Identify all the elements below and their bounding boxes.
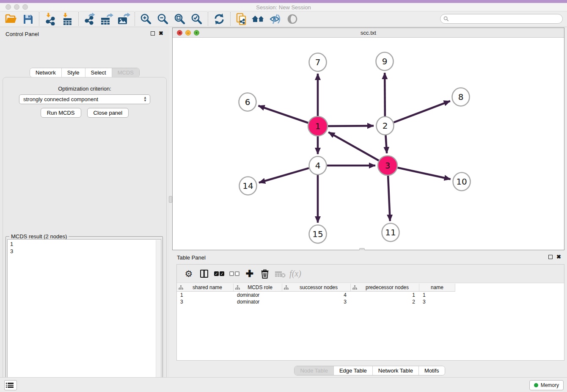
memory-button[interactable]: Memory (529, 380, 564, 390)
column-header-name[interactable]: name (419, 284, 455, 292)
edge-3-1[interactable] (328, 132, 379, 160)
tab-edge-table[interactable]: Edge Table (334, 366, 373, 375)
tab-style[interactable]: Style (62, 68, 85, 77)
table-row[interactable]: 1dominator411 (177, 292, 564, 298)
zoom-fit-icon[interactable] (173, 12, 187, 26)
graph-node-2[interactable]: 2 (377, 117, 394, 135)
graph-node-8[interactable]: 8 (452, 88, 470, 106)
network-window-titlebar[interactable]: ✕ − + scc.txt (173, 28, 564, 38)
export-network-icon[interactable] (83, 12, 97, 26)
column-header-predecessor-nodes[interactable]: predecessor nodes (351, 284, 419, 292)
tab-motifs[interactable]: Motifs (419, 366, 445, 375)
edge-2-3[interactable] (385, 135, 387, 153)
zoom-out-icon[interactable] (156, 12, 170, 26)
select-all-columns-icon[interactable]: ✓✓ (212, 268, 227, 280)
node-label: 3 (385, 160, 391, 171)
search-box[interactable] (440, 14, 563, 24)
table-cell: 3 (177, 298, 234, 305)
edge-1-6[interactable] (259, 106, 308, 123)
titlebar: Session: New Session (0, 3, 567, 11)
table-cell: 1 (177, 292, 234, 298)
network-graph-canvas[interactable]: 7968124314101511 (173, 38, 564, 250)
unselect-all-columns-icon[interactable] (227, 268, 242, 280)
node-table-body: 1dominator4113dominator323 (177, 292, 564, 305)
first-neighbors-icon[interactable] (251, 12, 266, 26)
node-label: 1 (315, 121, 321, 131)
memory-label: Memory (541, 382, 559, 388)
edge-2-8[interactable] (394, 101, 450, 123)
edge-4-14[interactable] (259, 168, 309, 182)
list-icon (8, 383, 14, 387)
toolbar-separator (78, 12, 79, 26)
edge-1-2[interactable] (328, 126, 374, 126)
tab-network-table[interactable]: Network Table (373, 366, 419, 375)
tab-node-table[interactable]: Node Table (295, 366, 334, 375)
task-history-button[interactable] (4, 380, 17, 390)
close-panel-icon[interactable]: ✖ (556, 255, 561, 259)
toolbar-separator (230, 12, 231, 26)
graph-node-11[interactable]: 11 (382, 224, 399, 242)
table-cell: dominator (234, 298, 282, 305)
duplicate-network-icon[interactable] (234, 12, 249, 26)
export-table-icon[interactable] (99, 12, 114, 26)
hide-graphics-details-icon[interactable] (268, 12, 283, 26)
column-header-MCDS-role[interactable]: MCDS role (234, 284, 282, 292)
save-session-icon[interactable] (21, 12, 35, 26)
table-row[interactable]: 3dominator323 (177, 298, 564, 305)
mcds-tab-content: Optimization criterion: strongly connect… (3, 77, 167, 392)
zoom-in-icon[interactable] (139, 12, 153, 26)
graph-node-3[interactable]: 3 (378, 156, 397, 175)
update-icon[interactable] (212, 12, 226, 26)
tab-mcds[interactable]: MCDS (112, 68, 139, 77)
control-panel-title: Control Panel (6, 31, 39, 37)
run-mcds-button[interactable]: Run MCDS (41, 108, 81, 118)
scrollbar-track[interactable] (156, 240, 160, 392)
node-table-header: shared nameMCDS rolesuccessor nodesprede… (177, 284, 564, 292)
show-columns-icon[interactable] (196, 268, 212, 280)
hierarchy-icon (284, 285, 289, 290)
close-panel-icon[interactable]: ✖ (159, 31, 163, 36)
control-panel-tabs: NetworkStyleSelectMCDS (0, 68, 169, 77)
table-panel-title: Table Panel (177, 254, 206, 261)
import-network-icon[interactable] (43, 12, 58, 26)
table-cell: 3 (419, 298, 455, 305)
graph-node-6[interactable]: 6 (239, 93, 256, 111)
node-label: 8 (458, 92, 464, 102)
graph-node-9[interactable]: 9 (376, 52, 394, 71)
node-label: 9 (382, 56, 388, 66)
column-header-shared-name[interactable]: shared name (177, 284, 234, 292)
table-cell: 3 (282, 298, 351, 305)
tab-network[interactable]: Network (30, 68, 62, 77)
add-column-icon[interactable]: ✚ (242, 268, 257, 280)
criterion-select[interactable]: strongly connected component ▲▼ (19, 94, 150, 104)
edge-2-9[interactable] (385, 73, 385, 116)
table-panel-tabs: Node TableEdge TableNetwork TableMotifs (172, 366, 567, 375)
edge-3-11[interactable] (388, 176, 390, 221)
table-cell: dominator (234, 292, 282, 298)
zoom-selected-icon[interactable] (190, 12, 204, 26)
float-panel-icon[interactable] (151, 31, 155, 36)
close-panel-button[interactable]: Close panel (87, 108, 129, 118)
delete-column-icon[interactable] (257, 268, 272, 280)
graph-node-14[interactable]: 14 (239, 177, 257, 195)
graph-node-10[interactable]: 10 (453, 173, 471, 191)
graph-node-1[interactable]: 1 (308, 116, 328, 136)
search-input[interactable] (449, 15, 562, 23)
graph-node-15[interactable]: 15 (309, 225, 327, 243)
optimization-criterion-label: Optimization criterion: (3, 86, 166, 92)
import-table-icon[interactable] (60, 12, 74, 26)
table-settings-gear-icon[interactable]: ⚙ (181, 268, 196, 280)
graph-node-4[interactable]: 4 (309, 157, 327, 175)
network-view-title: scc.txt (173, 30, 564, 36)
open-session-icon[interactable] (4, 12, 18, 26)
tab-select[interactable]: Select (85, 68, 112, 77)
edge-3-10[interactable] (397, 168, 450, 179)
bird-eye-view-icon[interactable] (285, 12, 300, 26)
select-arrows-icon: ▲▼ (143, 96, 147, 102)
graph-node-7[interactable]: 7 (309, 53, 327, 72)
mcds-result-textarea[interactable]: 13 (7, 239, 161, 392)
float-panel-icon[interactable] (548, 255, 553, 259)
export-image-icon[interactable] (116, 12, 131, 26)
column-header-successor-nodes[interactable]: successor nodes (282, 284, 351, 292)
vertical-splitter-handle[interactable] (169, 196, 172, 203)
